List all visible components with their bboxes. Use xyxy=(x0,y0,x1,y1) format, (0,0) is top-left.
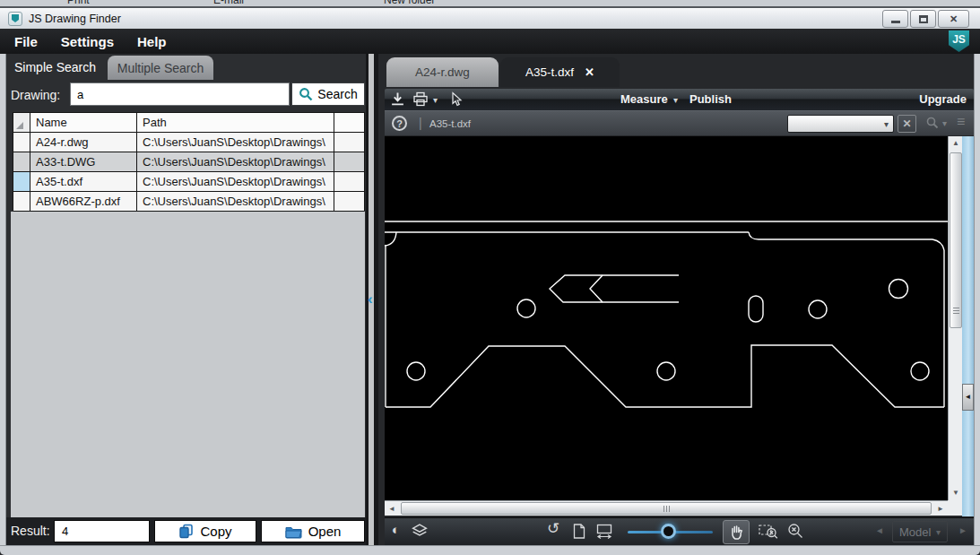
publish-menu[interactable]: Publish xyxy=(689,92,732,106)
result-label: Result: xyxy=(11,524,50,538)
bg-toolbar-item: E-mail xyxy=(213,0,244,6)
prev-layout-icon[interactable]: ◄ xyxy=(875,525,884,535)
window-border-bottom xyxy=(0,545,980,555)
next-layout-icon[interactable]: ► xyxy=(958,525,967,535)
tab-close-icon[interactable]: ✕ xyxy=(585,65,594,79)
close-button[interactable]: ✕ xyxy=(938,10,969,28)
drawing-canvas[interactable] xyxy=(385,136,948,500)
close-icon: ✕ xyxy=(950,13,958,25)
tab-simple-search[interactable]: Simple Search xyxy=(14,60,96,74)
maximize-icon xyxy=(919,15,928,23)
clear-button[interactable]: ✕ xyxy=(898,115,916,133)
panel-splitter[interactable]: ‹ xyxy=(366,54,378,545)
open-button-label: Open xyxy=(308,524,342,539)
layout-selector-value: Model xyxy=(899,525,931,539)
copy-button[interactable]: Copy xyxy=(154,520,256,542)
zoom-tool-icon[interactable] xyxy=(787,523,804,540)
viewer-tab-inactive[interactable]: A24-r.dwg xyxy=(386,57,499,87)
row-selector-header xyxy=(13,113,30,133)
menu-file[interactable]: File xyxy=(0,34,49,49)
print-options-caret-icon[interactable]: ▾ xyxy=(433,95,438,105)
column-header-path[interactable]: Path xyxy=(137,113,334,133)
copy-button-label: Copy xyxy=(200,524,231,539)
results-empty-area xyxy=(11,212,365,517)
cad-drawing xyxy=(385,136,948,500)
layers-icon[interactable] xyxy=(412,524,428,539)
collapse-right-button[interactable]: ◄ xyxy=(962,384,974,411)
result-count-field[interactable]: 4 xyxy=(54,520,150,542)
menu-settings[interactable]: Settings xyxy=(49,34,126,49)
document-name: A35-t.dxf xyxy=(429,118,471,129)
measure-menu[interactable]: Measure xyxy=(620,92,668,106)
app-icon xyxy=(8,12,22,26)
viewer-tab-active[interactable]: A35-t.dxf ✕ xyxy=(500,57,620,87)
bg-toolbar-item: New folder xyxy=(384,0,435,6)
search-panel: Simple Search Multiple Search Drawing: a… xyxy=(6,54,366,545)
collapse-left-icon[interactable]: ‹ xyxy=(368,291,373,308)
page-icon[interactable] xyxy=(573,524,585,539)
zoom-window-icon[interactable] xyxy=(759,523,778,540)
download-icon[interactable] xyxy=(390,91,405,107)
select-cursor-icon[interactable] xyxy=(448,91,463,108)
viewer-toolbar: ▾ Measure ▾ Publish Upgrade xyxy=(385,89,974,110)
find-icon[interactable] xyxy=(925,116,940,130)
window-border-left xyxy=(0,54,6,545)
maximize-button[interactable] xyxy=(910,10,936,28)
scroll-down-icon[interactable]: ▼ xyxy=(949,486,963,500)
menu-help[interactable]: Help xyxy=(126,34,178,49)
invert-colors-icon[interactable]: ◐ xyxy=(392,523,400,537)
copy-icon xyxy=(178,524,194,539)
rotate-ccw-icon[interactable]: ↺ xyxy=(547,522,559,536)
horizontal-scrollbar[interactable]: ◄ ► xyxy=(385,500,948,516)
title-bar[interactable]: JS Drawing Finder ✕ xyxy=(0,8,980,29)
scroll-up-icon[interactable]: ▲ xyxy=(949,136,963,151)
open-folder-icon xyxy=(285,525,302,539)
minimize-button[interactable] xyxy=(882,10,908,28)
search-button-label: Search xyxy=(317,87,357,101)
search-button[interactable]: Search xyxy=(291,82,365,106)
pan-tool-button[interactable] xyxy=(723,520,750,544)
upgrade-button[interactable]: Upgrade xyxy=(919,92,967,106)
viewer-subbar: ? | A35-t.dxf ▾ ✕ ▾ ≡ xyxy=(385,110,974,135)
vertical-scroll-thumb[interactable] xyxy=(950,152,962,328)
print-icon[interactable] xyxy=(412,91,429,107)
table-row[interactable]: A24-r.dwg C:\Users\JuanS\Desktop\Drawing… xyxy=(13,133,364,152)
viewer-panel: A24-r.dwg A35-t.dxf ✕ ▾ Measure ▾ Publis… xyxy=(378,54,974,545)
options-menu-icon[interactable]: ≡ xyxy=(957,114,965,130)
app-window: Print E-mail New folder JS Drawing Finde… xyxy=(0,0,980,555)
table-row[interactable]: A33-t.DWG C:\Users\JuanS\Desktop\Drawing… xyxy=(13,152,364,172)
vertical-scrollbar[interactable]: ▲ ▼ xyxy=(948,136,962,500)
result-bar: Result: 4 Copy Open xyxy=(6,517,366,545)
side-splitter-strip: ◄ xyxy=(962,136,974,516)
bg-toolbar-item: Print xyxy=(67,0,90,6)
separator: | xyxy=(419,116,422,130)
find-caret-icon[interactable]: ▾ xyxy=(942,118,947,128)
table-row[interactable]: ABW66RZ-p.dxf C:\Users\JuanS\Desktop\Dra… xyxy=(13,192,364,212)
combo-caret-icon[interactable]: ▾ xyxy=(884,119,889,129)
column-header-name[interactable]: Name xyxy=(30,113,137,133)
viewer-tab-label: A35-t.dxf xyxy=(525,65,574,79)
page-combo-box[interactable]: ▾ xyxy=(787,115,894,133)
drawing-label: Drawing: xyxy=(11,88,60,102)
window-title: JS Drawing Finder xyxy=(29,13,121,25)
zoom-slider-knob[interactable] xyxy=(661,524,676,539)
scroll-left-icon[interactable]: ◄ xyxy=(385,501,399,516)
search-icon xyxy=(299,87,313,101)
menu-bar: File Settings Help JS xyxy=(0,29,980,54)
results-table: Name Path A24-r.dwg C:\Users\JuanS\Deskt… xyxy=(13,112,365,211)
js-brand-icon: JS xyxy=(949,30,969,52)
horizontal-scroll-thumb[interactable] xyxy=(401,502,932,515)
minimize-icon xyxy=(891,21,900,23)
fit-width-icon[interactable] xyxy=(596,524,612,539)
scroll-right-icon[interactable]: ► xyxy=(933,501,948,516)
table-header-row: Name Path xyxy=(13,113,364,133)
drawing-search-input[interactable]: a xyxy=(70,82,290,106)
measure-caret-icon[interactable]: ▾ xyxy=(673,95,678,105)
open-button[interactable]: Open xyxy=(261,520,365,542)
hand-icon xyxy=(729,525,743,541)
layout-selector[interactable]: Model ▾ xyxy=(892,521,948,542)
help-icon[interactable]: ? xyxy=(392,116,407,131)
table-row-selected[interactable]: A35-t.dxf C:\Users\JuanS\Desktop\Drawing… xyxy=(13,172,364,192)
scrollbar-corner xyxy=(948,500,962,516)
tab-multiple-search[interactable]: Multiple Search xyxy=(108,56,213,80)
